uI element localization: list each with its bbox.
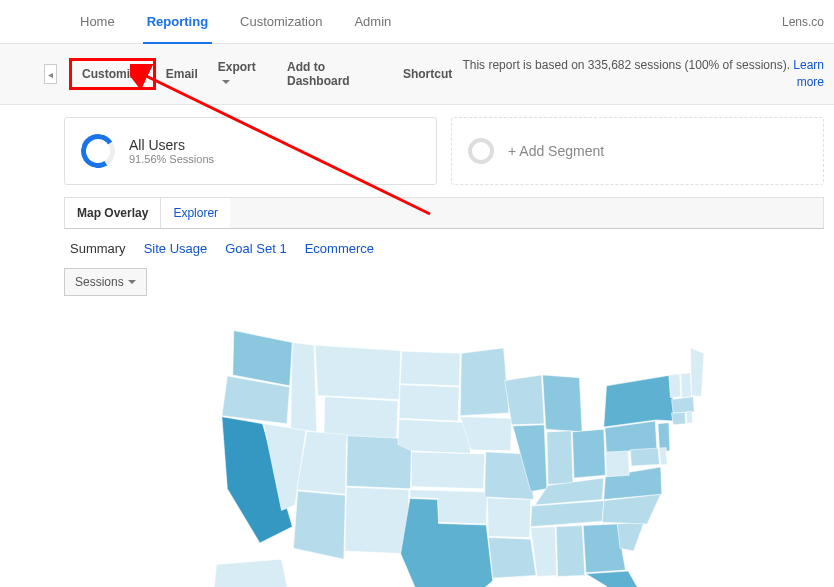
segment-title: All Users xyxy=(129,137,214,153)
view-tabs: Map Overlay Explorer xyxy=(64,197,824,229)
export-label: Export xyxy=(218,60,256,74)
collapse-left-panel-icon[interactable]: ◂ xyxy=(44,64,57,84)
report-content: All Users 91.56% Sessions + Add Segment … xyxy=(0,105,834,587)
subtab-summary[interactable]: Summary xyxy=(70,241,126,256)
note-prefix: This report is based on xyxy=(462,58,587,72)
chevron-down-icon xyxy=(222,80,230,84)
export-button[interactable]: Export xyxy=(208,54,277,94)
chevron-down-icon xyxy=(128,280,136,284)
sub-tabs: Summary Site Usage Goal Set 1 Ecommerce xyxy=(64,229,824,268)
map-overlay-chart xyxy=(64,306,824,587)
nav-customization[interactable]: Customization xyxy=(224,0,338,44)
email-button[interactable]: Email xyxy=(156,61,208,87)
subtab-goal-set[interactable]: Goal Set 1 xyxy=(225,241,286,256)
segment-subtitle: 91.56% Sessions xyxy=(129,153,214,165)
top-nav: Home Reporting Customization Admin Lens.… xyxy=(0,0,834,44)
metric-label: Sessions xyxy=(75,275,124,289)
note-mid: sessions (100% of sessions). xyxy=(631,58,793,72)
nav-reporting[interactable]: Reporting xyxy=(131,0,224,44)
learn-more-link[interactable]: Learn more xyxy=(793,58,824,89)
note-sessions: 335,682 xyxy=(588,58,631,72)
tab-explorer[interactable]: Explorer xyxy=(161,198,230,228)
nav-admin[interactable]: Admin xyxy=(338,0,407,44)
add-segment-button[interactable]: + Add Segment xyxy=(451,117,824,185)
us-choropleth-map[interactable] xyxy=(184,310,704,587)
brand-label: Lens.co xyxy=(782,15,824,29)
metric-dropdown[interactable]: Sessions xyxy=(64,268,147,296)
nav-home[interactable]: Home xyxy=(64,0,131,44)
shortcut-button[interactable]: Shortcut xyxy=(393,61,462,87)
tab-map-overlay[interactable]: Map Overlay xyxy=(65,198,161,228)
add-segment-label: + Add Segment xyxy=(508,143,604,159)
subtab-ecommerce[interactable]: Ecommerce xyxy=(305,241,374,256)
report-sampling-note: This report is based on 335,682 sessions… xyxy=(462,57,824,91)
segment-row: All Users 91.56% Sessions + Add Segment xyxy=(64,117,824,185)
donut-icon xyxy=(78,131,118,171)
add-to-dashboard-button[interactable]: Add to Dashboard xyxy=(277,54,393,94)
donut-placeholder-icon xyxy=(468,138,494,164)
subtab-site-usage[interactable]: Site Usage xyxy=(144,241,208,256)
segment-all-users[interactable]: All Users 91.56% Sessions xyxy=(64,117,437,185)
report-toolbar: ◂ Customize Email Export Add to Dashboar… xyxy=(0,44,834,105)
customize-button[interactable]: Customize xyxy=(69,58,156,90)
